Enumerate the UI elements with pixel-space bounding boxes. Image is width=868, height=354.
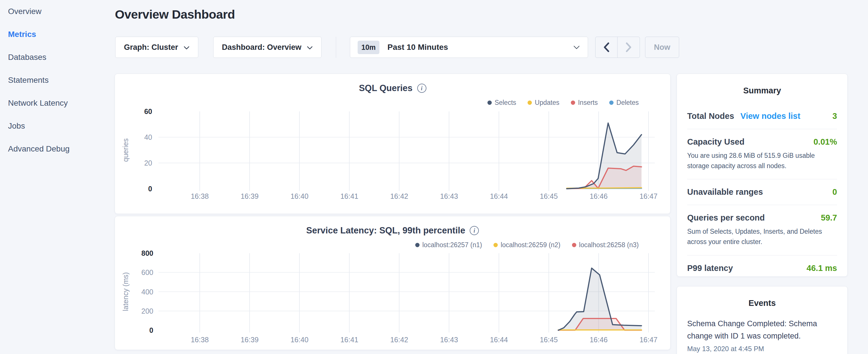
summary-row-unavailable-ranges: Unavailable ranges0 [687, 179, 837, 205]
svg-text:16:46: 16:46 [590, 192, 608, 200]
svg-text:16:46: 16:46 [590, 336, 608, 344]
svg-text:16:38: 16:38 [191, 336, 209, 344]
chevron-down-icon [183, 43, 190, 52]
svg-text:0: 0 [149, 326, 153, 334]
summary-row-label: Queries per second [687, 213, 765, 223]
chevron-left-icon [602, 41, 610, 53]
summary-row-total-nodes: Total NodesView nodes list3 [687, 103, 837, 129]
svg-text:16:47: 16:47 [640, 336, 658, 344]
event-timestamp: May 13, 2020 at 4:45 PM [687, 345, 837, 353]
summary-row-line: Capacity Used0.01% [687, 137, 837, 147]
svg-text:16:45: 16:45 [540, 192, 558, 200]
sidebar-item-overview[interactable]: Overview [0, 0, 115, 23]
chevron-right-icon [625, 41, 633, 53]
step-back-button[interactable] [595, 37, 618, 58]
summary-row-description: Sum of Selects, Updates, Inserts, and De… [687, 227, 837, 247]
now-button: Now [645, 37, 679, 58]
summary-row-value: 3 [833, 111, 837, 121]
svg-text:16:44: 16:44 [490, 192, 508, 200]
svg-text:16:40: 16:40 [290, 336, 309, 344]
svg-text:16:47: 16:47 [640, 192, 658, 200]
svg-text:queries: queries [122, 138, 129, 162]
summary-row-label: Unavailable ranges [687, 187, 763, 197]
sql-queries-plot[interactable]: 020406016:3816:3916:4016:4116:4216:4316:… [115, 74, 671, 214]
dashboard-dropdown[interactable]: Dashboard: Overview [213, 37, 321, 58]
graph-scope-label: Graph: Cluster [124, 43, 178, 52]
summary-row-queries-per-second: Queries per second59.7Sum of Selects, Up… [687, 205, 837, 255]
summary-row-line: P99 latency46.1 ms [687, 263, 837, 273]
event-item[interactable]: Schema Change Completed: Schema change w… [687, 318, 837, 353]
event-message: Schema Change Completed: Schema change w… [687, 318, 837, 342]
time-range-badge: 10m [358, 41, 379, 54]
sidebar-item-advanced-debug[interactable]: Advanced Debug [0, 137, 115, 160]
summary-row-description: You are using 28.6 MiB of 515.9 GiB usab… [687, 151, 837, 171]
summary-row-line: Total NodesView nodes list3 [687, 111, 837, 121]
svg-text:16:39: 16:39 [241, 336, 259, 344]
toolbar: Graph: Cluster Dashboard: Overview 10m P… [0, 37, 868, 58]
summary-row-value: 0.01% [813, 137, 837, 147]
svg-text:200: 200 [141, 307, 153, 315]
summary-row-label: P99 latency [687, 263, 733, 273]
view-nodes-link[interactable]: View nodes list [741, 111, 800, 121]
summary-row-value: 59.7 [821, 213, 837, 223]
time-step-buttons [595, 37, 640, 58]
svg-text:600: 600 [141, 268, 153, 277]
svg-text:800: 800 [141, 249, 153, 257]
svg-text:16:39: 16:39 [241, 192, 259, 200]
svg-text:60: 60 [144, 107, 152, 116]
svg-text:latency (ms): latency (ms) [122, 272, 129, 311]
svg-text:16:43: 16:43 [440, 192, 458, 200]
summary-row-label: Total Nodes [687, 111, 734, 121]
svg-text:16:38: 16:38 [191, 192, 209, 200]
chevron-down-icon [573, 43, 580, 52]
chevron-down-icon [307, 43, 313, 52]
summary-row-line: Queries per second59.7 [687, 213, 837, 223]
summary-row-p99-latency: P99 latency46.1 ms [687, 255, 837, 281]
svg-text:16:43: 16:43 [440, 336, 458, 344]
summary-row-capacity-used: Capacity Used0.01%You are using 28.6 MiB… [687, 129, 837, 179]
service-latency-plot[interactable]: 020040060080016:3816:3916:4016:4116:4216… [115, 216, 671, 350]
events-title: Events [677, 286, 847, 316]
page-title: Overview Dashboard [115, 7, 235, 22]
sidebar-item-network-latency[interactable]: Network Latency [0, 92, 115, 115]
summary-row-value: 0 [833, 187, 837, 197]
svg-text:40: 40 [144, 133, 152, 141]
sql-queries-chart-card: SQL Queries i SelectsUpdatesInsertsDelet… [115, 74, 671, 214]
sidebar-item-jobs[interactable]: Jobs [0, 115, 115, 137]
summary-row-line: Unavailable ranges0 [687, 187, 837, 197]
time-range-label: Past 10 Minutes [388, 43, 568, 52]
svg-text:16:42: 16:42 [390, 336, 408, 344]
graph-scope-dropdown[interactable]: Graph: Cluster [115, 37, 198, 58]
toolbar-divider [336, 37, 336, 58]
summary-panel: Summary Total NodesView nodes list3Capac… [677, 74, 848, 277]
svg-text:16:40: 16:40 [290, 192, 309, 200]
svg-text:0: 0 [148, 185, 152, 193]
svg-text:16:41: 16:41 [340, 336, 359, 344]
svg-text:16:42: 16:42 [390, 192, 408, 200]
svg-text:16:45: 16:45 [540, 336, 558, 344]
dashboard-label: Dashboard: Overview [222, 43, 302, 52]
summary-row-label: Capacity Used [687, 137, 744, 147]
sidebar-item-statements[interactable]: Statements [0, 69, 115, 92]
events-panel: Events Schema Change Completed: Schema c… [677, 286, 848, 354]
svg-text:400: 400 [141, 288, 153, 296]
svg-text:16:41: 16:41 [340, 192, 359, 200]
summary-title: Summary [677, 74, 847, 103]
time-range-dropdown[interactable]: 10m Past 10 Minutes [350, 37, 588, 58]
svg-text:20: 20 [144, 159, 152, 167]
summary-row-value: 46.1 ms [807, 263, 837, 273]
step-forward-button [618, 37, 640, 58]
svg-text:16:44: 16:44 [490, 336, 508, 344]
service-latency-chart-card: Service Latency: SQL, 99th percentile i … [115, 216, 671, 350]
